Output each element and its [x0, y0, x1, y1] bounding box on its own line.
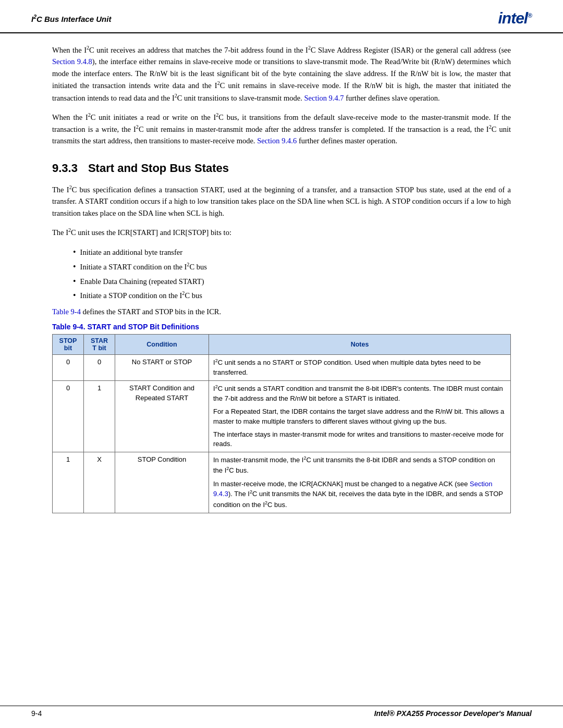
- footer-page-number: 9-4: [31, 709, 42, 718]
- cell-stop-2: 1: [53, 452, 84, 513]
- list-item-1: Initiate an additional byte transfer: [73, 245, 511, 259]
- table-ref-text: Table 9-4 defines the START and STOP bit…: [52, 307, 511, 316]
- link-section-9-4-6[interactable]: Section 9.4.6: [257, 137, 297, 145]
- cell-notes-1: I2C unit sends a no START or STOP condit…: [209, 354, 511, 380]
- list-item-1-text: Initiate an additional byte transfer: [80, 246, 182, 258]
- table-row-1: 0 0 No START or STOP I2C unit sends a no…: [53, 354, 511, 380]
- cell-start-2: X: [84, 452, 115, 513]
- intel-logo: intel®: [498, 9, 532, 27]
- header-title-text: I2C Bus Interface Unit: [31, 15, 111, 23]
- cell-condition-3: STOP Condition: [115, 452, 209, 513]
- cell-start-0: 0: [84, 354, 115, 380]
- logo-registered: ®: [528, 12, 532, 19]
- link-section-9-4-7[interactable]: Section 9.4.7: [304, 93, 344, 102]
- col-header-stop: STOPbit: [53, 334, 84, 354]
- logo-wordmark: intel®: [498, 9, 532, 27]
- page-header: I2C Bus Interface Unit intel®: [0, 0, 563, 33]
- page-content: When the I2C unit receives an address th…: [0, 33, 563, 529]
- table-header-row: STOPbit START bit Condition Notes: [53, 334, 511, 354]
- cell-condition-2: START Condition and Repeated START: [115, 380, 209, 452]
- col-header-notes: Notes: [209, 334, 511, 354]
- section-title: Start and Stop Bus States: [88, 162, 229, 175]
- link-section-9-4-3[interactable]: Section 9.4.3: [213, 480, 492, 498]
- link-section-9-4-8[interactable]: Section 9.4.8: [52, 57, 92, 66]
- table-row-3: 1 X STOP Condition In master-transmit mo…: [53, 452, 511, 513]
- link-table-9-4[interactable]: Table 9-4: [52, 307, 81, 316]
- cell-start-1: 1: [84, 380, 115, 452]
- col-header-condition: Condition: [115, 334, 209, 354]
- intro-para-1: When the I2C unit receives an address th…: [52, 44, 511, 104]
- footer-doc-title: Intel® PXA255 Processor Developer's Manu…: [374, 709, 532, 718]
- table-caption: Table 9-4. START and STOP Bit Definition…: [52, 323, 511, 331]
- list-item-3: Enable Data Chaining (repeated START): [73, 275, 511, 288]
- section-heading: 9.3.3 Start and Stop Bus States: [52, 162, 511, 175]
- section-number: 9.3.3: [52, 162, 78, 175]
- list-item-3-text: Enable Data Chaining (repeated START): [80, 276, 204, 288]
- page: I2C Bus Interface Unit intel® When the I…: [0, 0, 563, 728]
- cell-notes-3: In master-transmit mode, the I2C unit tr…: [209, 452, 511, 513]
- section-para-2: The I2C unit uses the ICR[START] and ICR…: [52, 226, 511, 238]
- list-item-4-text: Initiate a STOP condition on the I2C bus: [80, 289, 202, 302]
- cell-notes-2: I2C unit sends a START condition and tra…: [209, 380, 511, 452]
- header-title: I2C Bus Interface Unit: [31, 14, 111, 23]
- list-item-2: Initiate a START condition on the I2C bu…: [73, 260, 511, 274]
- list-item-4: Initiate a STOP condition on the I2C bus: [73, 289, 511, 302]
- page-footer: 9-4 Intel® PXA255 Processor Developer's …: [0, 706, 563, 718]
- intro-para-2: When the I2C unit initiates a read or wr…: [52, 111, 511, 147]
- col-header-start: START bit: [84, 334, 115, 354]
- cell-stop-1: 0: [53, 380, 84, 452]
- table-row-2: 0 1 START Condition and Repeated START I…: [53, 380, 511, 452]
- section-para-1: The I2C bus specification defines a tran…: [52, 183, 511, 219]
- bullet-list: Initiate an additional byte transfer Ini…: [73, 245, 511, 302]
- list-item-2-text: Initiate a START condition on the I2C bu…: [80, 261, 207, 273]
- cell-condition-1: No START or STOP: [115, 354, 209, 380]
- data-table: STOPbit START bit Condition Notes 0 0 No…: [52, 334, 511, 513]
- cell-stop-0: 0: [53, 354, 84, 380]
